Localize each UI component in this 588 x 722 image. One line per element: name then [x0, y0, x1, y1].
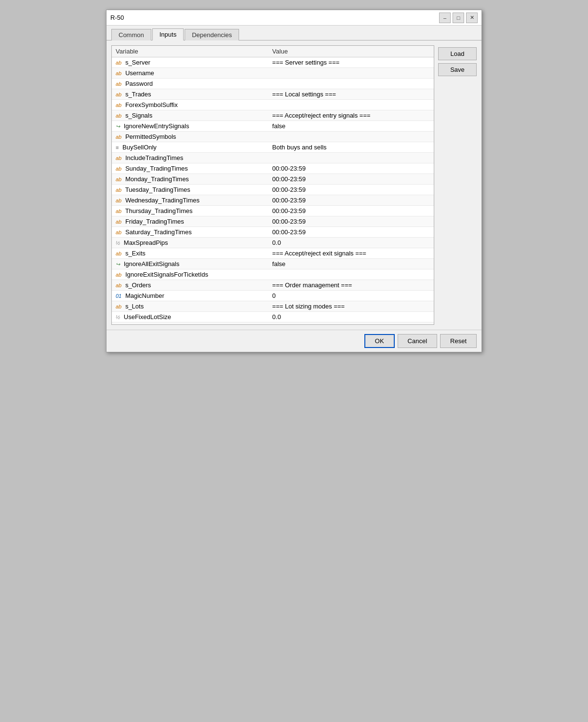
col-value-header: Value [268, 46, 434, 57]
tabs-bar: Common Inputs Dependencies [107, 26, 481, 40]
variable-cell: ab IncludeTradingTimes [112, 153, 268, 163]
table-row[interactable]: ab Wednesday_TradingTimes00:00-23:59 [112, 195, 434, 206]
table-row[interactable]: ab s_Server=== Server settings === [112, 57, 434, 68]
value-cell: === Local settings === [268, 89, 434, 100]
type-icon-half: ½ [116, 240, 120, 246]
variable-name: IgnoreAllExitSignals [124, 260, 180, 267]
table-row[interactable]: ab Password [112, 79, 434, 89]
type-icon-ab: ab [116, 113, 121, 119]
variable-cell: ab Monday_TradingTimes [112, 174, 268, 185]
table-row[interactable]: ab IgnoreExitSignalsForTicketIds [112, 269, 434, 280]
variable-name: BuySellOnly [122, 144, 157, 151]
variable-name: Username [125, 69, 154, 77]
variable-name: Password [125, 80, 153, 87]
inputs-table: Variable Value ab s_Server=== Server set… [112, 46, 434, 325]
variable-name: Saturday_TradingTimes [125, 228, 192, 236]
table-row[interactable]: ab Sunday_TradingTimes00:00-23:59 [112, 163, 434, 174]
type-icon-ab: ab [116, 134, 121, 140]
type-icon-ab: ab [116, 282, 121, 288]
variable-name: s_Lots [125, 303, 144, 310]
cancel-button[interactable]: Cancel [398, 334, 437, 348]
value-cell: 0.0 [268, 312, 434, 322]
table-row[interactable]: ab PermittedSymbols [112, 132, 434, 142]
table-row[interactable]: ab Saturday_TradingTimes00:00-23:59 [112, 227, 434, 238]
variable-name: IgnoreExitSignalsForTicketIds [125, 271, 208, 278]
type-icon-ab: ab [116, 198, 121, 203]
variable-cell: ab Username [112, 68, 268, 79]
variable-name: MagicNumber [125, 292, 164, 299]
reset-button[interactable]: Reset [440, 334, 477, 348]
variable-cell: ab s_Signals [112, 110, 268, 121]
type-icon-arrow: ↪ [116, 261, 120, 267]
maximize-button[interactable]: □ [453, 13, 464, 23]
table-row[interactable]: ab ForexSymbolSuffix [112, 100, 434, 110]
type-icon-ab: ab [116, 219, 121, 225]
value-cell [268, 68, 434, 79]
variable-cell: ab Saturday_TradingTimes [112, 227, 268, 238]
table-row[interactable]: ab s_Orders=== Order management === [112, 280, 434, 291]
table-row[interactable]: ab s_Trades=== Local settings === [112, 89, 434, 100]
table-row[interactable]: ab Monday_TradingTimes00:00-23:59 [112, 174, 434, 185]
type-icon-num: 01 [116, 293, 121, 299]
variable-cell: ½ UseRiskFactor [112, 322, 268, 325]
tab-inputs[interactable]: Inputs [152, 28, 184, 40]
value-cell: false [268, 259, 434, 269]
value-cell: 00:00-23:59 [268, 206, 434, 216]
table-row[interactable]: ½ MaxSpreadPips0.0 [112, 238, 434, 248]
table-row[interactable]: ab Thursday_TradingTimes00:00-23:59 [112, 206, 434, 216]
inputs-table-container[interactable]: Variable Value ab s_Server=== Server set… [111, 45, 434, 325]
variable-name: Friday_TradingTimes [125, 218, 184, 225]
table-row[interactable]: ab Friday_TradingTimes00:00-23:59 [112, 216, 434, 227]
type-icon-ab: ab [116, 251, 121, 256]
value-cell: 0 [268, 291, 434, 301]
table-row[interactable]: ab s_Exits=== Accept/reject exit signals… [112, 248, 434, 259]
type-icon-half: ½ [116, 314, 120, 320]
variable-name: IncludeTradingTimes [125, 154, 183, 161]
table-row[interactable]: ½ UseFixedLotSize0.0 [112, 312, 434, 322]
table-row[interactable]: ab Tuesday_TradingTimes00:00-23:59 [112, 185, 434, 195]
save-button[interactable]: Save [438, 63, 477, 76]
minimize-button[interactable]: – [439, 13, 451, 23]
variable-name: IgnoreNewEntrySignals [124, 122, 189, 130]
table-row[interactable]: ½ UseRiskFactor1.0 [112, 322, 434, 325]
table-row[interactable]: ab s_Signals=== Accept/reject entry sign… [112, 110, 434, 121]
close-button[interactable]: ✕ [466, 13, 478, 23]
variable-name: Wednesday_TradingTimes [125, 197, 200, 204]
table-row[interactable]: ≡ BuySellOnlyBoth buys and sells [112, 142, 434, 153]
variable-cell: ab Wednesday_TradingTimes [112, 195, 268, 206]
table-row[interactable]: ↪ IgnoreAllExitSignalsfalse [112, 259, 434, 269]
table-row[interactable]: ab s_Lots=== Lot sizing modes === [112, 301, 434, 312]
load-button[interactable]: Load [438, 47, 477, 60]
type-icon-ab: ab [116, 304, 121, 309]
value-cell [268, 100, 434, 110]
table-row[interactable]: ab Username [112, 68, 434, 79]
variable-name: Thursday_TradingTimes [125, 207, 193, 214]
table-row[interactable]: ↪ IgnoreNewEntrySignalsfalse [112, 121, 434, 132]
col-variable-header: Variable [112, 46, 268, 57]
type-icon-lines: ≡ [116, 145, 119, 150]
type-icon-ab: ab [116, 102, 121, 108]
variable-name: s_Trades [125, 91, 151, 98]
variable-name: s_Orders [125, 281, 151, 289]
tab-dependencies[interactable]: Dependencies [185, 29, 239, 40]
table-row[interactable]: 01 MagicNumber0 [112, 291, 434, 301]
variable-cell: ↪ IgnoreAllExitSignals [112, 259, 268, 269]
variable-cell: ab Thursday_TradingTimes [112, 206, 268, 216]
type-icon-ab: ab [116, 229, 121, 235]
variable-name: ForexSymbolSuffix [125, 101, 178, 108]
value-cell: === Server settings === [268, 57, 434, 68]
value-cell: false [268, 121, 434, 132]
value-cell: 00:00-23:59 [268, 227, 434, 238]
tab-common[interactable]: Common [111, 29, 151, 40]
variable-cell: ↪ IgnoreNewEntrySignals [112, 121, 268, 132]
variable-cell: ½ UseFixedLotSize [112, 312, 268, 322]
ok-button[interactable]: OK [364, 334, 395, 348]
table-row[interactable]: ab IncludeTradingTimes [112, 153, 434, 163]
variable-cell: ab IgnoreExitSignalsForTicketIds [112, 269, 268, 280]
type-icon-ab: ab [116, 81, 121, 87]
value-cell: 00:00-23:59 [268, 216, 434, 227]
bottom-bar: OK Cancel Reset [107, 330, 481, 352]
variable-cell: ab s_Lots [112, 301, 268, 312]
variable-cell: ab s_Orders [112, 280, 268, 291]
value-cell: 00:00-23:59 [268, 163, 434, 174]
